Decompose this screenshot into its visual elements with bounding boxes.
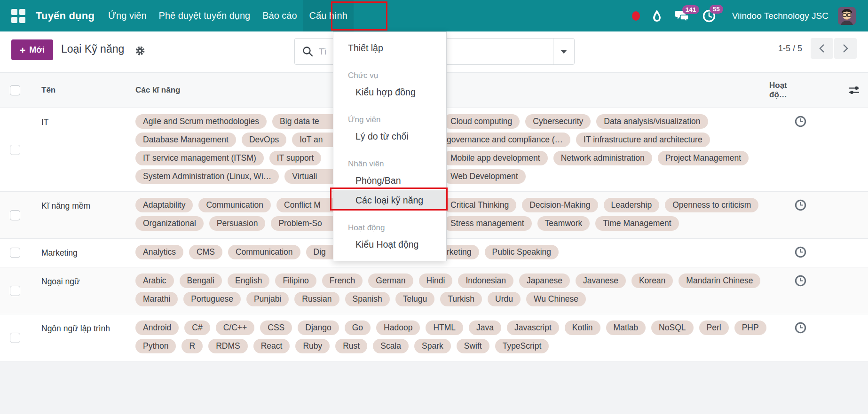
messages-icon[interactable]: 141 — [675, 9, 690, 23]
skill-tag: IT infrastructure and architecture — [576, 133, 710, 147]
skill-tag: Public Speaking — [485, 245, 559, 259]
chevron-down-icon — [560, 50, 567, 54]
activity-clock-icon[interactable] — [794, 199, 807, 211]
plus-icon: + — [20, 45, 25, 55]
activities-badge: 55 — [710, 5, 723, 14]
skill-tag: Hindi — [419, 273, 453, 288]
pager-range: 1-5 / 5 — [778, 44, 802, 54]
skill-tag: Portuguese — [183, 292, 241, 306]
skill-tag: Leadership — [604, 198, 660, 212]
skill-tag: C# — [184, 320, 210, 335]
user-avatar[interactable] — [838, 7, 856, 25]
column-header-skills[interactable]: Các kĩ năng — [135, 86, 769, 95]
row-checkbox[interactable] — [10, 248, 20, 258]
dropdown-item-thiet-lap[interactable]: Thiết lập — [333, 38, 446, 58]
skill-tag-line: IT service management (ITSM)IT supportMo… — [135, 151, 769, 165]
top-navbar: Tuyển dụng Ứng viên Phê duyệt tuyển dụng… — [0, 0, 868, 31]
skill-tag: Openness to criticism — [665, 198, 758, 212]
skill-tag: React — [253, 339, 290, 353]
skill-tag: Communication — [228, 245, 300, 259]
table-row-ngon-ngu-lap-trinh[interactable]: Ngôn ngữ lập trìnhAndroidC#C/C++CSSDjang… — [0, 314, 868, 361]
skill-tag: TypeScript — [495, 339, 549, 353]
skill-tag: Scala — [373, 339, 409, 353]
activities-icon[interactable]: 55 — [702, 9, 716, 23]
skill-tag-line: PythonRRDMSReactRubyRustScalaSparkSwiftT… — [135, 339, 769, 353]
column-header-activity[interactable]: Hoạt độ… — [769, 81, 821, 100]
skill-tag: Time Management — [595, 216, 679, 231]
skill-tag: Stress management — [443, 216, 532, 231]
skill-tag: DevOps — [242, 133, 286, 147]
skill-tag: Indonesian — [458, 273, 513, 288]
dropdown-item-kieu-hoat-ong[interactable]: Kiểu Hoạt động — [333, 234, 446, 254]
skill-tag: Persuasion — [209, 216, 266, 231]
nav-item-configuration[interactable]: Cấu hình — [303, 0, 354, 31]
search-options-caret[interactable] — [553, 39, 574, 65]
pager-prev-button[interactable] — [811, 38, 833, 59]
company-name[interactable]: Viindoo Technology JSC — [732, 11, 829, 21]
skill-tag: Adaptability — [135, 198, 193, 212]
skill-tag: Network administration — [553, 151, 652, 165]
activity-clock-icon[interactable] — [794, 274, 807, 287]
skill-tag: Russian — [294, 292, 339, 306]
row-checkbox[interactable] — [10, 145, 20, 155]
dropdown-item-kieu-hop-ong[interactable]: Kiểu hợp đồng — [333, 82, 446, 102]
new-button[interactable]: + Mới — [11, 39, 53, 60]
skill-tag: NoSQL — [651, 320, 693, 335]
row-checkbox[interactable] — [10, 210, 20, 220]
chevron-left-icon — [818, 43, 826, 54]
skill-tag: Arabic — [135, 273, 174, 288]
nav-item-reports[interactable]: Báo cáo — [256, 0, 303, 31]
skill-tag: CSS — [260, 320, 292, 335]
pager-next-button[interactable] — [834, 38, 857, 59]
skill-tag: Analytics — [135, 245, 183, 259]
skill-tag: Urdu — [488, 292, 521, 306]
column-options-icon[interactable] — [821, 84, 868, 96]
dropdown-section-chuc-vu: Chức vụ — [333, 69, 446, 82]
skill-tag: Critical Thinking — [443, 198, 516, 212]
row-name: IT — [30, 108, 135, 191]
table-row-ngoai-ngu[interactable]: Ngoại ngữArabicBengaliEnglishFilipinoFre… — [0, 267, 868, 314]
droplet-icon[interactable] — [651, 9, 663, 23]
dropdown-item-phong-ban[interactable]: Phòng/Ban — [333, 171, 446, 190]
column-header-name[interactable]: Tên — [30, 86, 135, 95]
page-settings-gear-icon[interactable] — [134, 45, 146, 58]
row-name: Ngoại ngữ — [30, 267, 135, 314]
skill-tag: C/C++ — [216, 320, 255, 335]
skill-tag: Cloud computing — [443, 114, 520, 129]
skill-tag: Spanish — [345, 292, 390, 306]
page-title: Loại Kỹ năng — [61, 43, 124, 55]
skill-tag: Rust — [335, 339, 367, 353]
skill-tag: Japanese — [519, 273, 570, 288]
skill-tag: Korean — [631, 273, 673, 288]
skill-tag: Agile and Scrum methodologies — [135, 114, 267, 129]
skill-tag: Perl — [699, 320, 729, 335]
chevron-right-icon — [842, 43, 849, 54]
skill-tag: RDMS — [208, 339, 248, 353]
row-checkbox[interactable] — [10, 286, 20, 296]
dropdown-item-cac-loai-ky-nang[interactable]: Các loại kỹ năng — [333, 190, 446, 210]
skill-tag-line: AdaptabilityCommunicationConflict MCriti… — [135, 198, 769, 212]
select-all-checkbox[interactable] — [10, 85, 20, 95]
activity-clock-icon[interactable] — [794, 246, 807, 258]
apps-menu-icon[interactable] — [11, 9, 25, 23]
dropdown-item-ly-do-tu-choi[interactable]: Lý do từ chối — [333, 126, 446, 146]
skill-tag: Data analysis/visualization — [596, 114, 708, 129]
skill-tag: Turkish — [440, 292, 482, 306]
activity-clock-icon[interactable] — [794, 321, 807, 334]
skill-tag: Hadoop — [376, 320, 420, 335]
skill-tag: Web Development — [443, 169, 526, 184]
skill-tag: Mobile app development — [443, 151, 548, 165]
app-brand-recruitment[interactable]: Tuyển dụng — [36, 10, 95, 22]
row-checkbox[interactable] — [10, 333, 20, 343]
row-name: Marketing — [30, 239, 135, 267]
nav-item-recruitment-approval[interactable]: Phê duyệt tuyển dụng — [153, 0, 257, 31]
skill-tag: governance and compliance (… — [443, 133, 570, 147]
activity-clock-icon[interactable] — [794, 115, 807, 128]
skill-tag: R — [181, 339, 203, 353]
nav-item-candidates[interactable]: Ứng viên — [102, 0, 153, 31]
skill-tag-line: AnalyticsCMSCommunicationDigrketingPubli… — [135, 245, 769, 259]
skill-tag: Bengali — [180, 273, 222, 288]
skill-tag: Kotlin — [565, 320, 600, 335]
skill-tag-line: System Administration (Linux, Wi…Virtual… — [135, 169, 769, 184]
messages-badge: 141 — [682, 5, 700, 14]
